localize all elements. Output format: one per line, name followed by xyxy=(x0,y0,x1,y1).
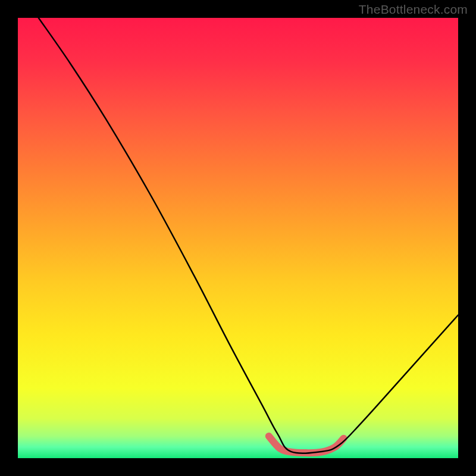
chart-stage: TheBottleneck.com xyxy=(0,0,476,476)
bottleneck-chart xyxy=(0,0,476,476)
watermark-text: TheBottleneck.com xyxy=(359,2,468,17)
